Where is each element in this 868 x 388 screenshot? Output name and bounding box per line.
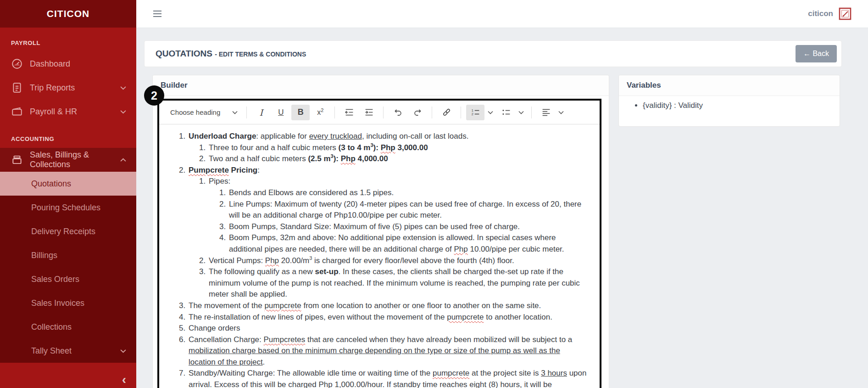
- page-title-sub: - EDIT TERMS & CONDITIONS: [215, 51, 306, 58]
- chevron-up-icon: [120, 158, 126, 162]
- page-title: QUOTATIONS - EDIT TERMS & CONDITIONS: [156, 49, 306, 59]
- editor-list-item: The following qualify as a new set-up. I…: [208, 266, 589, 300]
- toolbar-separator: [432, 107, 432, 118]
- topbar-brand-text: citicon: [808, 9, 833, 18]
- svg-text:2: 2: [472, 112, 473, 116]
- superscript-button[interactable]: x2: [311, 105, 329, 120]
- sidebar-collapse-button[interactable]: ‹: [122, 373, 126, 386]
- sidebar-subitem[interactable]: Sales Orders: [0, 267, 136, 291]
- cards-row: Builder Choose heading I U B x2: [152, 75, 842, 388]
- chevron-down-icon: [120, 86, 126, 90]
- sidebar-subitem[interactable]: Tally Sheet: [0, 339, 136, 363]
- redo-icon: [413, 107, 423, 117]
- chevron-down-icon: [232, 111, 238, 114]
- editor-list-item: Line Pumps: Maximum of twenty (20) 4-met…: [228, 199, 589, 221]
- sidebar-submenu: QuotationsPouring SchedulesDelivery Rece…: [0, 172, 136, 363]
- variable-item: {validity} : Validity: [643, 101, 832, 110]
- sidebar-subitem-label: Delivery Receipts: [31, 227, 95, 236]
- variables-list: {validity} : Validity: [619, 101, 840, 110]
- sidebar-item-label: Payroll & HR: [30, 107, 77, 117]
- builder-card-title: Builder: [153, 75, 609, 96]
- sidebar-subitem[interactable]: Collections: [0, 315, 136, 339]
- editor-list-item: Two and a half cubic meters (2.5 m3): Ph…: [208, 153, 589, 165]
- link-button[interactable]: [437, 105, 456, 120]
- sidebar-subitem[interactable]: Sales Invoices: [0, 291, 136, 315]
- heading-dropdown-label: Choose heading: [170, 108, 220, 116]
- undo-icon: [393, 107, 403, 117]
- topbar-brand-link[interactable]: citicon: [808, 7, 851, 20]
- undo-button[interactable]: [389, 105, 407, 120]
- sidebar-item[interactable]: Sales, Billings & Collections: [0, 148, 136, 172]
- editor-list-item: Vertical Pumps: Php 20.00/m3 is charged …: [208, 255, 589, 267]
- editor-toolbar: Choose heading I U B x2: [159, 101, 600, 124]
- sidebar-section-label: ACCOUNTING: [0, 124, 136, 148]
- document-icon: [11, 82, 23, 94]
- chevron-down-icon: [488, 111, 493, 114]
- sidebar: CITICON PAYROLLDashboardTrip ReportsPayr…: [0, 0, 136, 388]
- terms-editor: Choose heading I U B x2: [157, 99, 601, 388]
- back-button[interactable]: ← Back: [796, 45, 837, 62]
- editor-list-item: Underload Charge: applicable for every t…: [188, 131, 589, 165]
- sidebar-brand: CITICON: [0, 0, 136, 28]
- sidebar-section-label: PAYROLL: [0, 28, 136, 52]
- outdent-button[interactable]: [340, 105, 358, 120]
- variables-card: Variables {validity} : Validity: [618, 75, 840, 127]
- editor-content[interactable]: Underload Charge: applicable for every t…: [159, 124, 600, 388]
- alignment-button[interactable]: [537, 105, 555, 120]
- sidebar-subitem-label: Collections: [31, 322, 72, 332]
- heading-dropdown[interactable]: Choose heading: [165, 108, 241, 116]
- content-area: QUOTATIONS - EDIT TERMS & CONDITIONS ← B…: [136, 28, 868, 388]
- sidebar-nav: PAYROLLDashboardTrip ReportsPayroll & HR…: [0, 28, 136, 363]
- toolbar-separator: [461, 107, 461, 118]
- bulleted-list-dropdown[interactable]: [516, 105, 526, 120]
- indent-button[interactable]: [360, 105, 378, 120]
- numbered-list-group: 12: [466, 105, 495, 120]
- alignment-dropdown[interactable]: [556, 105, 566, 120]
- numbered-list-icon: 12: [471, 107, 480, 117]
- indent-icon: [364, 107, 374, 117]
- alignment-group: [537, 105, 566, 120]
- app-window: CITICON PAYROLLDashboardTrip ReportsPayr…: [0, 0, 868, 388]
- chevron-down-icon: [518, 111, 524, 114]
- editor-list-item: Three to four and a half cubic meters (3…: [208, 142, 589, 154]
- italic-icon: I: [260, 107, 263, 118]
- underline-button[interactable]: U: [272, 105, 290, 120]
- bold-icon: B: [298, 107, 304, 117]
- editor-list-item: Boom Pumps, Standard Size: Maximum of fi…: [228, 221, 589, 233]
- gauge-icon: [11, 58, 23, 70]
- sidebar-subitem-label: Sales Invoices: [31, 298, 84, 308]
- builder-card: Builder Choose heading I U B x2: [152, 75, 609, 388]
- cashbox-icon: [11, 154, 23, 166]
- toolbar-separator: [383, 107, 384, 118]
- citicon-logo-icon: [839, 7, 851, 20]
- main-area: citicon QUOTATIONS - EDIT TERMS & CONDIT…: [136, 0, 868, 388]
- sidebar-subitem[interactable]: Billings: [0, 243, 136, 267]
- outdent-icon: [345, 107, 354, 117]
- sidebar-item[interactable]: Trip Reports: [0, 76, 136, 100]
- toolbar-separator: [334, 107, 335, 118]
- annotation-badge: 2: [144, 85, 164, 106]
- italic-button[interactable]: I: [252, 105, 270, 120]
- sidebar-subitem[interactable]: Quotations: [0, 172, 136, 196]
- toolbar-separator: [531, 107, 532, 118]
- redo-button[interactable]: [408, 105, 427, 120]
- sidebar-item[interactable]: Payroll & HR: [0, 100, 136, 124]
- sidebar-subitem[interactable]: Delivery Receipts: [0, 219, 136, 243]
- numbered-list-button[interactable]: 12: [466, 105, 484, 120]
- menu-toggle-icon[interactable]: [152, 8, 163, 19]
- sidebar-item[interactable]: Dashboard: [0, 52, 136, 76]
- editor-list-item: Standby/Waiting Charge: The allowable id…: [188, 368, 589, 388]
- bulleted-list-icon: [501, 107, 511, 117]
- editor-list-item: Boom Pumps, 32m and above: No additional…: [228, 232, 589, 255]
- bulleted-list-button[interactable]: [497, 105, 515, 120]
- numbered-list-dropdown[interactable]: [485, 105, 495, 120]
- bold-button[interactable]: B: [291, 105, 310, 120]
- sidebar-item-label: Trip Reports: [30, 83, 75, 93]
- chevron-down-icon: [120, 110, 126, 114]
- bulleted-list-group: [497, 105, 526, 120]
- editor-list-item: Pipes:Bends and Elbows are considered as…: [208, 176, 589, 255]
- wallet-icon: [11, 106, 23, 118]
- sidebar-subitem-label: Pouring Schedules: [31, 203, 100, 213]
- sidebar-subitem[interactable]: Pouring Schedules: [0, 196, 136, 219]
- editor-list-item: Cancellation Charge: Pumpcretes that are…: [188, 334, 589, 368]
